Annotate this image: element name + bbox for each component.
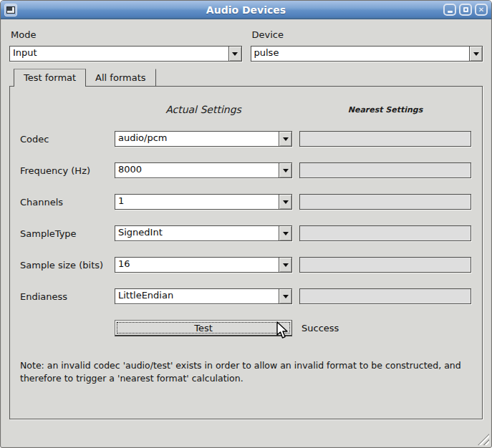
nearest-endianess-field — [299, 288, 471, 304]
window-menu-glyph — [6, 6, 15, 14]
endianess-dropdown-button[interactable] — [279, 289, 291, 303]
titlebar[interactable]: Audio Devices ✕ — [1, 1, 491, 19]
chevron-down-icon — [283, 232, 289, 235]
device-dropdown-button[interactable] — [469, 47, 482, 61]
nearest-frequency-field — [299, 162, 471, 178]
test-row: Test Success — [20, 320, 472, 336]
note-text: Note: an invalid codec 'audio/test' exis… — [20, 359, 472, 385]
nearest-codec-field — [299, 131, 471, 147]
codec-combobox-value: audio/pcm — [115, 132, 279, 146]
actual-settings-header: Actual Settings — [115, 104, 292, 115]
samplesize-combobox-value: 16 — [115, 258, 279, 272]
samplesize-row: Sample size (bits) 16 — [20, 257, 472, 273]
dialog-content: Mode Input Device pulse Test format All … — [1, 19, 491, 419]
chevron-down-icon — [473, 52, 479, 56]
nearest-channels-field — [299, 194, 471, 210]
endianess-combobox-value: LittleEndian — [115, 289, 279, 303]
audio-devices-window: Audio Devices ✕ Mode Input Device pulse — [0, 0, 492, 448]
codec-dropdown-button[interactable] — [279, 132, 291, 146]
nearest-settings-header: Nearest Settings — [299, 105, 471, 115]
samplesize-combobox[interactable]: 16 — [115, 257, 292, 273]
chevron-down-icon — [232, 52, 238, 56]
frequency-combobox-value: 8000 — [115, 163, 279, 177]
settings-headers: Actual Settings Nearest Settings — [20, 104, 472, 115]
frequency-row: Frequency (Hz) 8000 — [20, 162, 472, 178]
chevron-down-icon — [283, 295, 289, 298]
endianess-row: Endianess LittleEndian — [20, 288, 472, 304]
device-combobox-value: pulse — [251, 47, 470, 61]
endianess-combobox[interactable]: LittleEndian — [115, 288, 292, 304]
test-format-panel: Actual Settings Nearest Settings Codec a… — [9, 86, 483, 419]
sampletype-combobox[interactable]: SignedInt — [115, 225, 292, 241]
device-label: Device — [252, 29, 483, 40]
window-title: Audio Devices — [1, 4, 491, 16]
minimize-button[interactable] — [443, 4, 456, 16]
maximize-button[interactable] — [459, 4, 472, 16]
maximize-icon — [463, 7, 468, 12]
sampletype-row: SampleType SignedInt — [20, 225, 472, 241]
channels-combobox[interactable]: 1 — [115, 194, 292, 210]
chevron-down-icon — [283, 169, 289, 172]
frequency-combobox[interactable]: 8000 — [115, 162, 292, 178]
device-combobox[interactable]: pulse — [251, 46, 483, 62]
sampletype-dropdown-button[interactable] — [279, 226, 291, 240]
minimize-icon — [448, 11, 453, 13]
sampletype-combobox-value: SignedInt — [115, 226, 279, 240]
test-button[interactable]: Test — [115, 320, 292, 336]
samplesize-dropdown-button[interactable] — [279, 258, 291, 272]
codec-combobox[interactable]: audio/pcm — [115, 131, 292, 147]
mode-label: Mode — [11, 29, 242, 40]
mode-group: Mode Input — [9, 26, 242, 62]
channels-row: Channels 1 — [20, 194, 472, 210]
tab-test-format[interactable]: Test format — [14, 69, 86, 87]
samplesize-label: Sample size (bits) — [20, 260, 115, 271]
nearest-samplesize-field — [299, 257, 471, 273]
codec-label: Codec — [20, 134, 115, 145]
chevron-down-icon — [283, 200, 289, 204]
device-group: Device pulse — [251, 26, 483, 62]
chevron-down-icon — [283, 137, 289, 141]
frequency-label: Frequency (Hz) — [20, 165, 115, 176]
sampletype-label: SampleType — [20, 228, 115, 239]
codec-row: Codec audio/pcm — [20, 131, 472, 147]
channels-label: Channels — [20, 197, 115, 208]
window-menu-icon[interactable] — [4, 4, 17, 16]
mode-combobox-value: Input — [10, 47, 228, 61]
tab-all-formats[interactable]: All formats — [86, 69, 155, 87]
status-text: Success — [302, 323, 339, 333]
close-button[interactable]: ✕ — [475, 4, 488, 16]
close-icon: ✕ — [478, 6, 484, 14]
nearest-sampletype-field — [299, 225, 471, 241]
channels-dropdown-button[interactable] — [279, 195, 291, 209]
window-controls: ✕ — [443, 4, 488, 16]
tab-bar: Test format All formats — [9, 69, 483, 87]
mode-dropdown-button[interactable] — [228, 47, 241, 61]
chevron-down-icon — [283, 263, 289, 267]
endianess-label: Endianess — [20, 291, 115, 302]
resize-grip[interactable] — [478, 434, 489, 445]
mode-device-row: Mode Input Device pulse — [9, 26, 483, 62]
mode-combobox[interactable]: Input — [9, 46, 242, 62]
frequency-dropdown-button[interactable] — [279, 163, 291, 177]
channels-combobox-value: 1 — [115, 195, 279, 209]
